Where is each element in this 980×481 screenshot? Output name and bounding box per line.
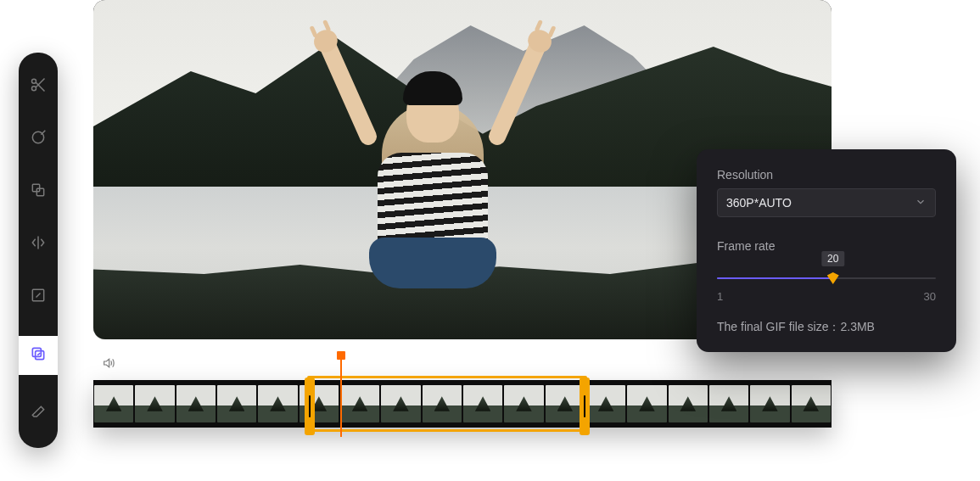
- volume-button[interactable]: [102, 356, 115, 373]
- final-file-size: The final GIF file size：2.3MB: [717, 320, 936, 335]
- timeline-thumbnail[interactable]: [462, 380, 503, 428]
- tool-adjust[interactable]: [19, 126, 58, 153]
- timeline[interactable]: [93, 380, 832, 428]
- tool-export-gif[interactable]: [19, 336, 58, 375]
- slider-max: 30: [924, 290, 936, 303]
- timeline-thumbnail[interactable]: [339, 380, 380, 428]
- volume-icon: [102, 358, 115, 372]
- timeline-thumbnail[interactable]: [93, 380, 134, 428]
- target-icon: [30, 129, 47, 149]
- timeline-thumbnail[interactable]: [257, 380, 298, 428]
- timeline-thumbnail[interactable]: [380, 380, 421, 428]
- tool-cut[interactable]: [19, 73, 58, 100]
- timeline-thumbnail[interactable]: [134, 380, 175, 428]
- timeline-thumbnail[interactable]: [585, 380, 626, 428]
- timeline-thumbnail[interactable]: [749, 380, 790, 428]
- mirror-icon: [30, 234, 47, 254]
- tool-erase[interactable]: [19, 400, 58, 428]
- svg-rect-7: [36, 351, 44, 360]
- resize-icon: [30, 287, 47, 307]
- svg-rect-4: [36, 188, 43, 195]
- timeline-thumbnail[interactable]: [422, 380, 462, 428]
- playhead[interactable]: [340, 355, 342, 437]
- selection-handle-right[interactable]: [580, 378, 590, 435]
- timeline-thumbnail[interactable]: [176, 380, 216, 428]
- slider-value-tooltip: 20: [821, 251, 844, 266]
- slider-fill: [717, 277, 833, 279]
- timeline-thumbnail[interactable]: [626, 380, 667, 428]
- timeline-thumbnail[interactable]: [791, 380, 832, 428]
- chevron-down-icon: [915, 196, 927, 210]
- scissors-icon: [30, 76, 47, 97]
- slider-range-labels: 1 30: [717, 290, 936, 303]
- timeline-thumbnail[interactable]: [708, 380, 749, 428]
- export-icon: [30, 345, 47, 366]
- resolution-select[interactable]: 360P*AUTO: [717, 188, 936, 217]
- tool-mirror[interactable]: [19, 231, 58, 258]
- tool-crop[interactable]: [19, 178, 58, 205]
- resolution-label: Resolution: [717, 168, 936, 182]
- timeline-thumbnail[interactable]: [216, 380, 257, 428]
- tool-resize[interactable]: [19, 283, 58, 310]
- resolution-value: 360P*AUTO: [726, 196, 792, 210]
- timeline-thumbnail[interactable]: [503, 380, 544, 428]
- svg-rect-3: [32, 184, 39, 191]
- eraser-icon: [30, 404, 47, 424]
- export-settings-panel: Resolution 360P*AUTO Frame rate 20 1 30 …: [697, 149, 956, 352]
- selection-handle-left[interactable]: [305, 378, 315, 435]
- frame-rate-slider[interactable]: 20: [717, 263, 936, 285]
- svg-rect-6: [32, 348, 41, 356]
- timeline-thumbnail[interactable]: [668, 380, 708, 428]
- tool-sidebar: [19, 53, 58, 448]
- slider-min: 1: [717, 290, 723, 303]
- copy-icon: [30, 182, 47, 202]
